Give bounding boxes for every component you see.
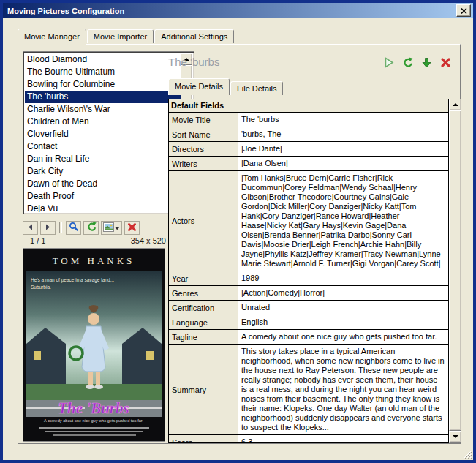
field-label: Sort Name	[169, 127, 238, 141]
field-value[interactable]: English	[238, 315, 448, 329]
field-label: Score	[169, 435, 238, 443]
movie-list-item[interactable]: Children of Men	[25, 116, 181, 128]
scroll-thumb[interactable]	[449, 110, 461, 431]
field-row: Certification Unrated	[169, 301, 448, 315]
field-value[interactable]: A comedy about one nice guy who gets pus…	[238, 330, 448, 344]
movie-list-item[interactable]: Bowling for Columbine	[25, 78, 181, 91]
tab-additional-settings[interactable]: Additional Settings	[154, 29, 234, 43]
delete-cover-button[interactable]	[124, 221, 140, 235]
download-details-button[interactable]	[420, 56, 433, 69]
field-row: Actors |Tom Hanks|Bruce Dern|Carrie Fish…	[169, 171, 448, 271]
zoom-cover-button[interactable]	[66, 221, 81, 235]
field-value[interactable]: This story takes place in a typical Amer…	[238, 345, 448, 434]
refresh-movie-button[interactable]	[401, 56, 414, 69]
scroll-down-button[interactable]	[449, 431, 461, 443]
delete-movie-button[interactable]	[439, 56, 452, 69]
movie-title-text: Cloverfield	[27, 129, 69, 139]
movie-title-text: The 'burbs	[27, 91, 68, 102]
close-button[interactable]	[456, 4, 471, 17]
field-value[interactable]: 'burbs, The	[238, 127, 448, 141]
field-label: Writers	[169, 157, 238, 170]
field-row: Genres |Action|Comedy|Horror|	[169, 286, 448, 301]
close-icon	[461, 7, 467, 15]
field-value[interactable]: Unrated	[238, 301, 448, 315]
movie-title-text: Deja Vu	[27, 203, 58, 212]
cover-page-indicator: 1 / 1	[30, 236, 45, 245]
movie-title-text: Dawn of the Dead	[27, 178, 97, 189]
field-value[interactable]: 1989	[238, 271, 448, 285]
previous-cover-button[interactable]	[23, 221, 38, 235]
movie-manager-page: Blood Diamond The Bourne Ultimatum Bowli…	[18, 44, 461, 444]
subtab-label: File Details	[237, 84, 276, 93]
scroll-up-button[interactable]	[449, 99, 461, 110]
details-tabstrip: Movie Details File Details	[168, 78, 284, 95]
picture-icon	[103, 222, 114, 233]
field-value[interactable]: 6.3	[238, 435, 448, 443]
details-grid: Default Fields Movie Title The 'burbs So…	[168, 99, 449, 443]
movie-list-item[interactable]: Death Proof	[25, 190, 181, 203]
movie-list-item[interactable]: Blood Diamond	[25, 53, 181, 66]
field-value[interactable]: |Joe Dante|	[238, 142, 448, 156]
movie-list-item[interactable]: The 'burbs	[25, 91, 181, 103]
field-label: Language	[169, 315, 238, 329]
field-row: Directors |Joe Dante|	[169, 142, 448, 157]
movie-list-item[interactable]: Cloverfield	[25, 128, 181, 140]
field-value[interactable]: |Tom Hanks|Bruce Dern|Carrie Fisher|Rick…	[238, 171, 448, 271]
field-label: Year	[169, 271, 238, 285]
field-row: Writers |Dana Olsen|	[169, 157, 448, 171]
magnifier-icon	[69, 222, 79, 233]
grid-section-header: Default Fields	[169, 99, 448, 113]
next-cover-button[interactable]	[40, 221, 56, 235]
movie-list-item[interactable]: Contact	[25, 140, 181, 153]
refresh-cover-button[interactable]	[83, 221, 99, 235]
tab-label: Movie Manager	[24, 32, 80, 41]
resize-grip[interactable]	[462, 449, 472, 459]
movie-list-item[interactable]: Dawn of the Dead	[25, 178, 181, 190]
poster-actor-name: TOM HANKS	[53, 255, 135, 266]
moving-pictures-config-window: Moving Pictures Configuration Movie Mana…	[0, 0, 476, 463]
movie-title-text: Blood Diamond	[27, 54, 87, 64]
titlebar[interactable]: Moving Pictures Configuration	[3, 3, 473, 18]
refresh-icon	[402, 57, 413, 69]
movie-title-text: Contact	[27, 141, 57, 151]
subtab-label: Movie Details	[175, 82, 223, 91]
field-label: Genres	[169, 286, 238, 300]
toolbar-separator	[59, 222, 62, 233]
poster-tagline-bottom: A comedy about one nice guy who gets pus…	[44, 418, 143, 423]
details-actions	[382, 56, 452, 69]
next-arrow-icon	[45, 223, 51, 232]
field-value[interactable]: |Dana Olsen|	[238, 157, 448, 170]
previous-arrow-icon	[27, 223, 34, 232]
down-arrow-icon	[421, 57, 432, 69]
window-title: Moving Pictures Configuration	[7, 7, 456, 15]
field-value[interactable]: |Action|Comedy|Horror|	[238, 286, 448, 300]
tab-file-details[interactable]: File Details	[230, 81, 283, 95]
play-movie-button[interactable]	[382, 56, 395, 69]
poster-title: The 'Burbs	[58, 399, 129, 417]
tab-movie-importer[interactable]: Movie Importer	[87, 29, 154, 43]
cover-toolbar: 1 / 1 354 x 520	[23, 220, 166, 246]
main-tabstrip: Movie Manager Movie Importer Additional …	[18, 29, 235, 45]
movie-list-item[interactable]: Deja Vu	[25, 203, 181, 212]
details-grid-scrollbar[interactable]	[449, 99, 461, 443]
tab-movie-manager[interactable]: Movie Manager	[18, 29, 86, 45]
movie-list-item[interactable]: The Bourne Ultimatum	[25, 66, 181, 78]
delete-x-icon	[127, 222, 137, 233]
movie-list-item[interactable]: Dark City	[25, 165, 181, 178]
field-label: Directors	[169, 142, 238, 156]
field-row: Movie Title The 'burbs	[169, 113, 448, 127]
field-value[interactable]: The 'burbs	[238, 113, 448, 127]
movie-title-text: Death Proof	[27, 191, 74, 201]
tab-movie-details[interactable]: Movie Details	[168, 78, 230, 95]
selected-movie-title: The 'burbs	[168, 56, 219, 68]
dropdown-arrow-icon	[115, 223, 120, 232]
arrow-down-icon	[453, 435, 458, 438]
movie-title-text: Charlie Wilson\'s War	[27, 104, 110, 114]
load-cover-button[interactable]	[101, 221, 122, 235]
field-label: Movie Title	[169, 113, 238, 127]
movie-list-item[interactable]: Dan in Real Life	[25, 153, 181, 165]
play-icon	[383, 57, 394, 69]
movie-list-item[interactable]: Charlie Wilson\'s War	[25, 103, 181, 116]
tab-label: Movie Importer	[94, 32, 147, 41]
delete-x-icon	[440, 57, 451, 69]
